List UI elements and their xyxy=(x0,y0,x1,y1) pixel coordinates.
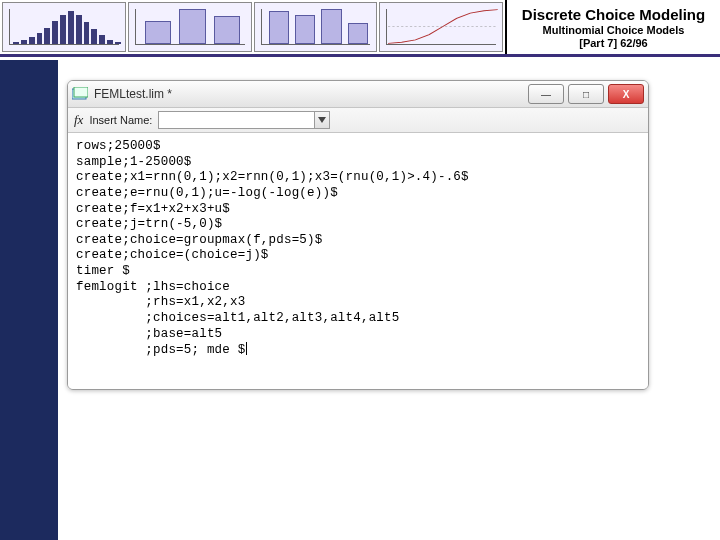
svg-marker-3 xyxy=(318,117,326,123)
slide-subtitle: Multinomial Choice Models xyxy=(543,24,685,36)
thumb-logistic-curve xyxy=(379,2,503,52)
slide-header: Discrete Choice Modeling Multinomial Cho… xyxy=(0,0,720,57)
close-button[interactable]: X xyxy=(608,84,644,104)
name-combobox[interactable] xyxy=(158,111,330,129)
thumb-histogram xyxy=(2,2,126,52)
chevron-down-icon[interactable] xyxy=(314,112,329,128)
minimize-button[interactable]: — xyxy=(528,84,564,104)
slide-title: Discrete Choice Modeling xyxy=(522,6,705,23)
app-icon xyxy=(72,87,88,101)
chart-thumbnails xyxy=(0,0,505,54)
code-text[interactable]: rows;25000$ sample;1-25000$ create;x1=rn… xyxy=(76,139,640,359)
slide-part-label: [Part 7] 62/96 xyxy=(579,37,647,49)
svg-rect-2 xyxy=(74,87,88,97)
formula-toolbar: fx Insert Name: xyxy=(68,108,648,133)
maximize-button[interactable]: □ xyxy=(568,84,604,104)
window-titlebar[interactable]: FEMLtest.lim * — □ X xyxy=(68,81,648,108)
thumb-bars-4 xyxy=(254,2,378,52)
thumb-bars-3 xyxy=(128,2,252,52)
editor-window: FEMLtest.lim * — □ X fx Insert Name: row… xyxy=(67,80,649,390)
code-area[interactable]: rows;25000$ sample;1-25000$ create;x1=rn… xyxy=(68,133,648,389)
insert-name-label: Insert Name: xyxy=(89,114,152,126)
title-block: Discrete Choice Modeling Multinomial Cho… xyxy=(505,0,720,54)
name-input[interactable] xyxy=(159,113,314,127)
fx-label[interactable]: fx xyxy=(74,112,83,128)
window-title: FEMLtest.lim * xyxy=(94,87,528,101)
left-navy-column xyxy=(0,60,58,540)
